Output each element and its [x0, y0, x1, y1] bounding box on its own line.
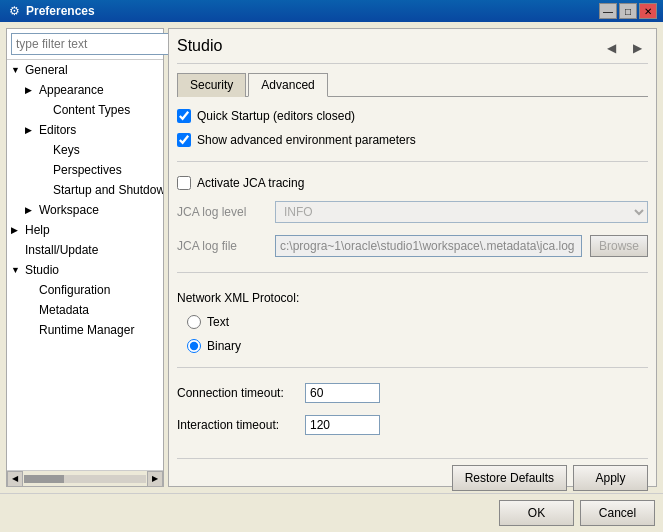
search-input[interactable] — [11, 33, 171, 55]
activate-jca-checkbox[interactable] — [177, 176, 191, 190]
expand-icon-editors: ▶ — [25, 122, 39, 138]
tree-container[interactable]: ▼ General ▶ Appearance Content Types — [7, 60, 163, 470]
nav-back-button[interactable]: ◀ — [600, 37, 622, 59]
connection-timeout-input[interactable] — [305, 383, 380, 403]
radio-text[interactable] — [187, 315, 201, 329]
panel-title: Studio — [177, 37, 222, 55]
tree-label-configuration: Configuration — [39, 282, 110, 298]
close-button[interactable]: ✕ — [639, 3, 657, 19]
dialog-buttons: OK Cancel — [499, 500, 655, 526]
apply-button[interactable]: Apply — [573, 465, 648, 491]
show-advanced-label: Show advanced environment parameters — [197, 133, 416, 147]
interaction-timeout-label: Interaction timeout: — [177, 418, 297, 432]
tree-item-perspectives[interactable]: Perspectives — [35, 160, 163, 180]
ok-button[interactable]: OK — [499, 500, 574, 526]
app-icon: ⚙ — [6, 3, 22, 19]
interaction-timeout-input[interactable] — [305, 415, 380, 435]
jca-log-file-label: JCA log file — [177, 239, 267, 253]
tree-item-metadata[interactable]: Metadata — [21, 300, 163, 320]
connection-timeout-label: Connection timeout: — [177, 386, 297, 400]
expand-icon-help: ▶ — [11, 222, 25, 238]
tree-label-editors: Editors — [39, 122, 76, 138]
quick-startup-checkbox[interactable] — [177, 109, 191, 123]
cancel-button[interactable]: Cancel — [580, 500, 655, 526]
activate-jca-row: Activate JCA tracing — [177, 176, 648, 190]
window-controls: — □ ✕ — [599, 3, 657, 19]
divider2 — [177, 272, 648, 273]
tree-label-perspectives: Perspectives — [53, 162, 122, 178]
tree-label-help: Help — [25, 222, 50, 238]
divider — [177, 161, 648, 162]
tree-label-keys: Keys — [53, 142, 80, 158]
tree-label-general: General — [25, 62, 68, 78]
tree-item-content-types[interactable]: Content Types — [35, 100, 163, 120]
right-panel: Studio ◀ ▶ Security Advanced Quick Start… — [168, 28, 657, 487]
main-container: ▼ ▼ General ▶ Appearance — [0, 22, 663, 532]
quick-startup-label: Quick Startup (editors closed) — [197, 109, 355, 123]
tree-item-help[interactable]: ▶ Help — [7, 220, 163, 240]
tree-label-content-types: Content Types — [53, 102, 130, 118]
jca-log-level-label: JCA log level — [177, 205, 267, 219]
tree-label-metadata: Metadata — [39, 302, 89, 318]
expand-icon-workspace: ▶ — [25, 202, 39, 218]
tree-label-appearance: Appearance — [39, 82, 104, 98]
quick-startup-row: Quick Startup (editors closed) — [177, 109, 648, 123]
tree-item-install-update[interactable]: Install/Update — [7, 240, 163, 260]
nav-arrows: ◀ ▶ — [600, 37, 648, 59]
show-advanced-checkbox[interactable] — [177, 133, 191, 147]
tree-label-runtime: Runtime Manager — [39, 322, 134, 338]
tree-item-appearance[interactable]: ▶ Appearance — [21, 80, 163, 100]
window-title: Preferences — [26, 4, 599, 18]
filter-row: ▼ — [7, 29, 163, 60]
tree-item-editors[interactable]: ▶ Editors — [21, 120, 163, 140]
tree-label-workspace: Workspace — [39, 202, 99, 218]
tree-label-studio: Studio — [25, 262, 59, 278]
tree-item-workspace[interactable]: ▶ Workspace — [21, 200, 163, 220]
jca-log-file-row: JCA log file Browse — [177, 235, 648, 257]
scroll-left-button[interactable]: ◀ — [7, 471, 23, 487]
tree-item-configuration[interactable]: Configuration — [21, 280, 163, 300]
radio-text-label: Text — [207, 315, 229, 329]
scroll-thumb[interactable] — [24, 475, 64, 483]
network-protocol-label: Network XML Protocol: — [177, 291, 648, 305]
tree-label-startup: Startup and Shutdown — [53, 182, 163, 198]
tree-label-install: Install/Update — [25, 242, 98, 258]
radio-binary[interactable] — [187, 339, 201, 353]
tree-item-keys[interactable]: Keys — [35, 140, 163, 160]
divider3 — [177, 367, 648, 368]
tab-security[interactable]: Security — [177, 73, 246, 97]
scroll-right-button[interactable]: ▶ — [147, 471, 163, 487]
maximize-button[interactable]: □ — [619, 3, 637, 19]
nav-forward-button[interactable]: ▶ — [626, 37, 648, 59]
tree-item-runtime-manager[interactable]: Runtime Manager — [21, 320, 163, 340]
expand-icon-general: ▼ — [11, 62, 25, 78]
expand-icon-appearance: ▶ — [25, 82, 39, 98]
connection-timeout-row: Connection timeout: — [177, 383, 648, 403]
radio-text-row: Text — [187, 315, 648, 329]
jca-log-file-input[interactable] — [275, 235, 582, 257]
jca-log-level-select[interactable]: INFO — [275, 201, 648, 223]
tab-advanced[interactable]: Advanced — [248, 73, 327, 97]
expand-icon-studio: ▼ — [11, 262, 25, 278]
bottom-bar: OK Cancel — [0, 493, 663, 532]
left-panel: ▼ ▼ General ▶ Appearance — [6, 28, 164, 487]
title-bar: ⚙ Preferences — □ ✕ — [0, 0, 663, 22]
browse-button[interactable]: Browse — [590, 235, 648, 257]
jca-log-level-row: JCA log level INFO — [177, 201, 648, 223]
show-advanced-row: Show advanced environment parameters — [177, 133, 648, 147]
minimize-button[interactable]: — — [599, 3, 617, 19]
restore-defaults-button[interactable]: Restore Defaults — [452, 465, 567, 491]
radio-binary-row: Binary — [187, 339, 648, 353]
tabs-row: Security Advanced — [177, 72, 648, 97]
radio-binary-label: Binary — [207, 339, 241, 353]
tree-item-studio[interactable]: ▼ Studio — [7, 260, 163, 280]
tree-item-general[interactable]: ▼ General — [7, 60, 163, 80]
activate-jca-label: Activate JCA tracing — [197, 176, 304, 190]
content-area: ▼ ▼ General ▶ Appearance — [0, 22, 663, 493]
tree-item-startup[interactable]: Startup and Shutdown — [35, 180, 163, 200]
interaction-timeout-row: Interaction timeout: — [177, 415, 648, 435]
scroll-track[interactable] — [24, 475, 146, 483]
tree-scrollbar[interactable]: ◀ ▶ — [7, 470, 163, 486]
tab-content-advanced: Quick Startup (editors closed) Show adva… — [177, 107, 648, 491]
